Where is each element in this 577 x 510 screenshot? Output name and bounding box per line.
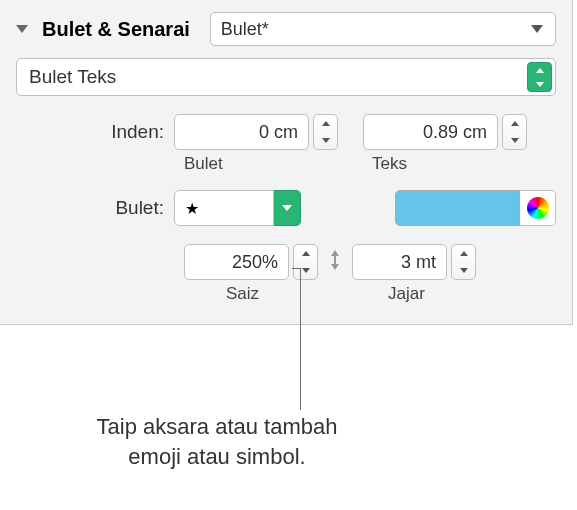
align-input[interactable]: 3 mt <box>352 244 447 280</box>
text-indent-sublabel: Teks <box>372 154 407 174</box>
text-indent-value: 0.89 cm <box>423 122 487 143</box>
chevron-down-icon <box>294 262 317 279</box>
bullet-symbol-input[interactable]: ★ <box>174 190 274 226</box>
text-indent-input[interactable]: 0.89 cm <box>363 114 498 150</box>
align-stepper[interactable] <box>451 244 476 280</box>
bullet-indent-group: 0 cm <box>174 114 338 150</box>
text-indent-stepper[interactable] <box>502 114 527 150</box>
bullet-type-dropdown[interactable]: Bulet Teks <box>16 58 556 96</box>
align-group: 3 mt <box>352 244 476 280</box>
bullets-panel: Bulet & Senarai Bulet* Bulet Teks Inden:… <box>0 0 573 325</box>
callout-leader <box>292 268 300 269</box>
callout-text: Taip aksara atau tambah emoji atau simbo… <box>62 412 372 471</box>
size-align-sublabels: Saiz Jajar <box>16 284 556 304</box>
bullet-label: Bulet: <box>16 197 174 219</box>
list-style-value: Bulet* <box>221 19 269 40</box>
disclosure-triangle-icon[interactable] <box>16 25 28 33</box>
section-title: Bulet & Senarai <box>42 18 190 41</box>
indent-label: Inden: <box>16 121 174 143</box>
chevron-down-icon <box>503 132 526 149</box>
size-align-row: 250% 3 mt <box>16 244 556 280</box>
text-indent-group: 0.89 cm <box>363 114 527 150</box>
bullet-indent-sublabel: Bulet <box>184 154 344 174</box>
align-value: 3 mt <box>401 252 436 273</box>
star-icon: ★ <box>185 199 199 218</box>
indent-sublabels: Bulet Teks <box>16 154 556 174</box>
size-sublabel: Saiz <box>226 284 364 304</box>
chevron-up-icon <box>314 115 337 132</box>
color-picker-button[interactable] <box>520 190 556 226</box>
callout-leader <box>300 268 301 410</box>
chevron-down-icon <box>531 25 543 33</box>
align-sublabel: Jajar <box>388 284 425 304</box>
bullet-type-value: Bulet Teks <box>29 66 116 88</box>
section-header: Bulet & Senarai Bulet* <box>16 12 556 46</box>
color-swatch[interactable] <box>395 190 520 226</box>
callout-line1: Taip aksara atau tambah <box>97 414 338 439</box>
bullet-type-stepper[interactable] <box>527 62 552 92</box>
bullet-symbol-dropdown-button[interactable] <box>274 190 301 226</box>
indent-row: Inden: 0 cm 0.89 cm <box>16 114 556 150</box>
size-group: 250% <box>184 244 318 280</box>
chevron-up-icon <box>503 115 526 132</box>
bullet-indent-input[interactable]: 0 cm <box>174 114 309 150</box>
callout-line2: emoji atau simbol. <box>128 444 305 469</box>
bullet-indent-stepper[interactable] <box>313 114 338 150</box>
bullet-indent-value: 0 cm <box>259 122 298 143</box>
size-value: 250% <box>232 252 278 273</box>
color-wheel-icon <box>527 197 549 219</box>
bullet-symbol-group: ★ <box>174 190 301 226</box>
chevron-down-icon <box>528 77 551 91</box>
bullet-row: Bulet: ★ <box>16 190 556 226</box>
size-stepper[interactable] <box>293 244 318 280</box>
list-style-dropdown[interactable]: Bulet* <box>210 12 556 46</box>
chevron-up-icon <box>294 245 317 262</box>
size-input[interactable]: 250% <box>184 244 289 280</box>
chevron-up-icon <box>452 245 475 262</box>
chevron-down-icon <box>314 132 337 149</box>
chevron-up-icon <box>528 63 551 77</box>
bullet-color-group <box>395 190 556 226</box>
vertical-align-icon <box>324 247 346 278</box>
chevron-down-icon <box>452 262 475 279</box>
